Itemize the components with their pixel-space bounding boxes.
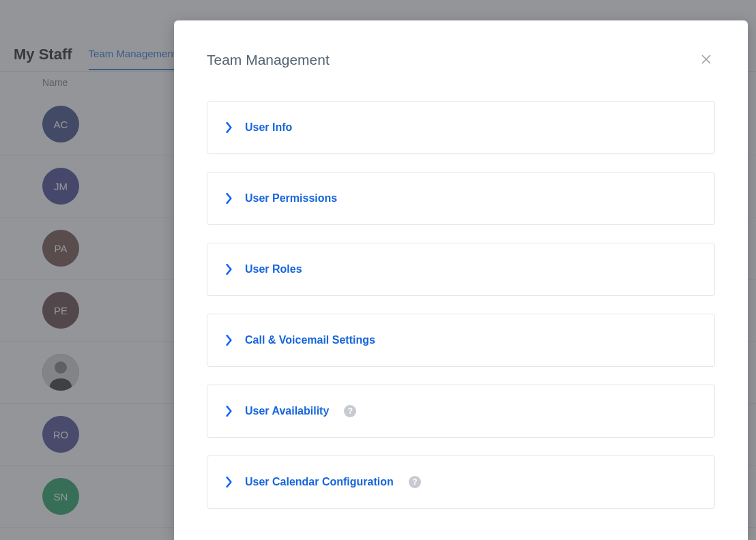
help-icon[interactable]: ? <box>344 405 356 417</box>
sections-list: User InfoUser PermissionsUser RolesCall … <box>207 101 715 509</box>
section-item[interactable]: Call & Voicemail Settings <box>207 314 715 367</box>
section-item[interactable]: User Roles <box>207 243 715 296</box>
team-management-modal: Team Management User InfoUser Permission… <box>174 20 748 540</box>
help-icon[interactable]: ? <box>409 476 421 488</box>
section-label: User Info <box>245 121 292 134</box>
section-label: User Roles <box>245 263 302 275</box>
close-button[interactable] <box>697 50 715 68</box>
section-label: User Permissions <box>245 192 337 205</box>
section-item[interactable]: User Availability? <box>207 385 715 438</box>
chevron-right-icon <box>225 122 233 133</box>
modal-title: Team Management <box>207 52 330 68</box>
section-label: Call & Voicemail Settings <box>245 334 375 346</box>
chevron-right-icon <box>225 406 233 417</box>
chevron-right-icon <box>225 335 233 346</box>
chevron-right-icon <box>225 477 233 487</box>
modal-header: Team Management <box>207 52 715 68</box>
section-item[interactable]: User Permissions <box>207 172 715 225</box>
chevron-right-icon <box>225 193 233 204</box>
section-item[interactable]: User Info <box>207 101 715 154</box>
section-label: User Availability <box>245 405 329 417</box>
chevron-right-icon <box>225 264 233 275</box>
section-label: User Calendar Configuration <box>245 476 394 488</box>
section-item[interactable]: User Calendar Configuration? <box>207 455 715 509</box>
close-icon <box>700 53 712 65</box>
